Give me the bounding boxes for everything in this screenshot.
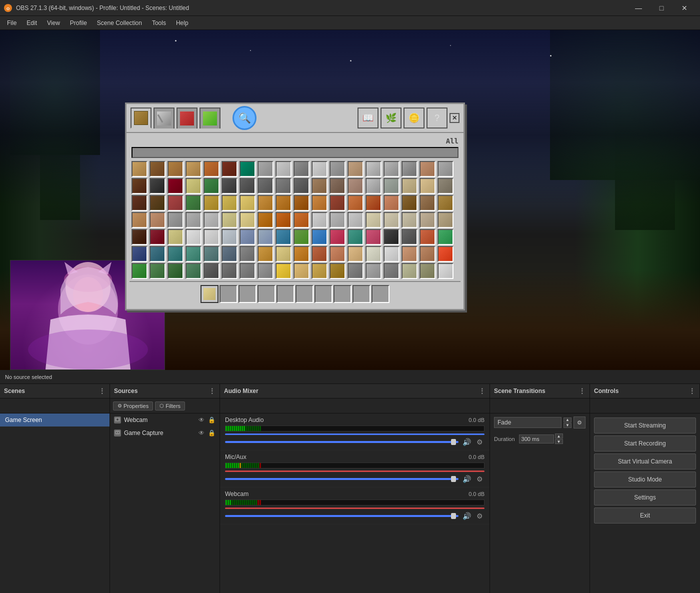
mc-item[interactable] xyxy=(312,195,328,211)
mc-item[interactable] xyxy=(240,263,256,279)
mc-item[interactable] xyxy=(186,195,202,211)
mc-item[interactable] xyxy=(132,229,148,245)
mc-item[interactable] xyxy=(438,212,454,228)
mc-item[interactable] xyxy=(384,195,400,211)
mc-item[interactable] xyxy=(222,229,238,245)
transition-down-button[interactable]: ▼ xyxy=(564,423,572,428)
transition-up-button[interactable]: ▲ xyxy=(564,418,572,422)
mc-item[interactable] xyxy=(420,195,436,211)
mc-recipe-book-tab[interactable]: 📖 xyxy=(358,108,378,128)
mc-item[interactable] xyxy=(330,246,346,262)
mc-item[interactable] xyxy=(438,195,454,211)
mc-item[interactable] xyxy=(348,229,364,245)
mc-item[interactable] xyxy=(366,212,382,228)
menu-edit[interactable]: Edit xyxy=(22,18,42,28)
mc-item[interactable] xyxy=(420,178,436,194)
mc-item[interactable] xyxy=(330,178,346,194)
mc-item[interactable] xyxy=(420,263,436,279)
mc-item[interactable] xyxy=(204,246,220,262)
mc-hotbar-slot-9[interactable] xyxy=(352,285,370,303)
duration-down-button[interactable]: ▼ xyxy=(555,439,563,444)
mc-item[interactable] xyxy=(402,246,418,262)
mc-tab-combat[interactable] xyxy=(176,108,198,128)
mc-item[interactable] xyxy=(384,246,400,262)
mc-item[interactable] xyxy=(312,161,328,177)
maximize-button[interactable]: □ xyxy=(650,0,673,16)
mc-item[interactable] xyxy=(186,161,202,177)
mc-item[interactable] xyxy=(204,195,220,211)
mc-item[interactable] xyxy=(330,263,346,279)
mc-item[interactable] xyxy=(294,178,310,194)
mc-item[interactable] xyxy=(438,178,454,194)
mc-item[interactable] xyxy=(222,161,238,177)
mc-item[interactable] xyxy=(276,246,292,262)
filters-button[interactable]: ⬡ Filters xyxy=(155,402,185,410)
mc-hotbar-slot-3[interactable] xyxy=(238,285,256,303)
mc-item[interactable] xyxy=(222,212,238,228)
start-streaming-button[interactable]: Start Streaming xyxy=(594,418,696,434)
mc-item[interactable] xyxy=(240,246,256,262)
mc-item[interactable] xyxy=(276,263,292,279)
mc-item[interactable] xyxy=(132,161,148,177)
mc-item[interactable] xyxy=(150,263,166,279)
duration-up-button[interactable]: ▲ xyxy=(555,434,563,438)
webcam-audio-settings-button[interactable]: ⚙ xyxy=(474,511,484,521)
mc-item[interactable] xyxy=(312,263,328,279)
mc-hotbar-slot-7[interactable] xyxy=(314,285,332,303)
mc-item[interactable] xyxy=(168,246,184,262)
mc-item[interactable] xyxy=(258,246,274,262)
mc-item[interactable] xyxy=(132,195,148,211)
mc-item[interactable] xyxy=(366,161,382,177)
transition-type-select[interactable]: Fade Cut Swipe xyxy=(494,417,562,428)
start-recording-button[interactable]: Start Recording xyxy=(594,436,696,452)
mic-audio-mute-button[interactable]: 🔊 xyxy=(462,474,472,484)
mc-item[interactable] xyxy=(402,178,418,194)
mc-item[interactable] xyxy=(402,212,418,228)
mc-item[interactable] xyxy=(276,178,292,194)
scene-item-game-screen[interactable]: Game Screen xyxy=(0,414,110,426)
menu-help[interactable]: Help xyxy=(171,18,194,28)
mc-item[interactable] xyxy=(258,229,274,245)
mc-item[interactable] xyxy=(438,246,454,262)
minimize-button[interactable]: — xyxy=(627,0,650,16)
mc-item[interactable] xyxy=(384,178,400,194)
mc-item[interactable] xyxy=(402,229,418,245)
mc-tab-food[interactable] xyxy=(200,108,220,128)
mc-item[interactable] xyxy=(420,161,436,177)
mc-item[interactable] xyxy=(222,195,238,211)
mc-hotbar-slot-4[interactable] xyxy=(258,285,276,303)
mc-search-tab[interactable]: 🔍 xyxy=(232,106,256,130)
mc-item[interactable] xyxy=(150,178,166,194)
mc-item[interactable] xyxy=(366,178,382,194)
mc-hotbar-slot-1[interactable] xyxy=(200,285,218,303)
mc-item[interactable] xyxy=(348,178,364,194)
mc-item[interactable] xyxy=(438,161,454,177)
mc-item[interactable] xyxy=(150,195,166,211)
mc-item[interactable] xyxy=(420,246,436,262)
mc-item[interactable] xyxy=(240,212,256,228)
mc-item[interactable] xyxy=(258,263,274,279)
settings-button[interactable]: Settings xyxy=(594,490,696,506)
mc-item[interactable] xyxy=(348,263,364,279)
audio-panel-menu-icon[interactable]: ⋮ xyxy=(478,387,486,395)
mc-item[interactable] xyxy=(132,246,148,262)
mc-item[interactable] xyxy=(204,263,220,279)
menu-scene-collection[interactable]: Scene Collection xyxy=(92,18,147,28)
mc-item[interactable] xyxy=(222,178,238,194)
mc-item[interactable] xyxy=(204,229,220,245)
mc-item[interactable] xyxy=(402,195,418,211)
start-virtual-camera-button[interactable]: Start Virtual Camera xyxy=(594,454,696,470)
mc-item[interactable] xyxy=(150,229,166,245)
mc-tab-blocks[interactable] xyxy=(130,108,152,128)
mc-item[interactable] xyxy=(366,263,382,279)
mc-item[interactable] xyxy=(204,212,220,228)
mc-item[interactable] xyxy=(222,263,238,279)
mc-item[interactable] xyxy=(132,212,148,228)
mc-item[interactable] xyxy=(168,212,184,228)
mc-item[interactable] xyxy=(132,178,148,194)
mc-item[interactable] xyxy=(294,229,310,245)
exit-button[interactable]: Exit xyxy=(594,508,696,524)
mc-item[interactable] xyxy=(366,229,382,245)
controls-panel-menu-icon[interactable]: ⋮ xyxy=(688,387,696,395)
source-item-game-capture[interactable]: Game Capture 👁 🔒 xyxy=(110,426,220,440)
